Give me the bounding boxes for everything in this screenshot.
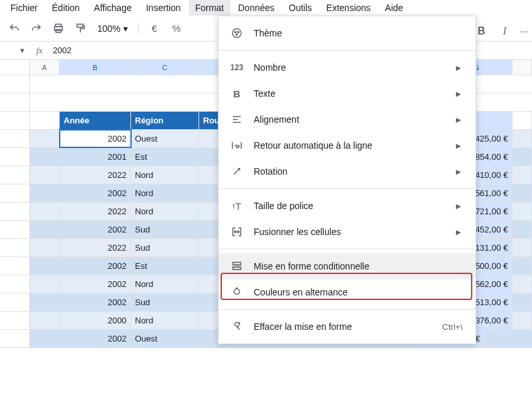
name-box[interactable]: ▾ [0, 45, 30, 55]
cell-region[interactable]: Est [131, 257, 199, 275]
menu-item-number[interactable]: 123Nombre► [219, 55, 476, 81]
cell-region[interactable]: Ouest [131, 330, 199, 347]
submenu-arrow-icon: ► [454, 63, 463, 73]
cell-annee[interactable]: 2002 [60, 330, 131, 347]
clear-icon [229, 321, 245, 332]
row-header[interactable] [0, 148, 30, 166]
menu-edition[interactable]: Édition [45, 0, 86, 16]
cell-annee[interactable]: 2002 [60, 275, 131, 293]
cell-region[interactable]: Nord [131, 203, 199, 220]
menu-item-align[interactable]: Alignement► [219, 106, 476, 132]
menu-format[interactable]: Format [189, 0, 230, 16]
cell-annee[interactable]: 2001 [60, 148, 131, 166]
row-header[interactable] [0, 257, 30, 275]
italic-button[interactable]: I [496, 22, 514, 40]
percent-button[interactable]: % [167, 19, 186, 38]
col-header-b[interactable]: B [60, 60, 131, 75]
separator [138, 22, 139, 35]
menu-item-label: Effacer la mise en forme [254, 321, 442, 332]
cell-region[interactable]: Nord [131, 166, 199, 184]
row-header[interactable] [0, 221, 30, 238]
menu-item-theme[interactable]: Thème [219, 20, 476, 46]
row-header[interactable] [0, 312, 30, 329]
menu-item-rotate[interactable]: Rotation► [219, 158, 476, 184]
menu-donnees[interactable]: Données [232, 0, 281, 16]
row-header[interactable] [0, 275, 30, 293]
menu-outils[interactable]: Outils [282, 0, 319, 16]
submenu-arrow-icon: ► [454, 141, 463, 151]
format-menu-dropdown: Thème123Nombre►BTexte►Alignement►Retour … [218, 16, 476, 344]
menu-item-clear[interactable]: Effacer la mise en formeCtrl+\ [219, 314, 476, 340]
zoom-dropdown[interactable]: 100%▾ [93, 23, 132, 34]
row-header[interactable] [0, 294, 30, 311]
menu-insertion[interactable]: Insertion [139, 0, 187, 16]
menu-item-bold[interactable]: BTexte► [219, 81, 476, 106]
menu-item-label: Couleurs en alternance [254, 287, 463, 297]
cell-region[interactable]: Nord [131, 312, 199, 329]
row-header[interactable] [0, 112, 30, 129]
col-header-c[interactable]: C [131, 60, 199, 75]
cell-region[interactable]: Sud [131, 239, 199, 256]
row-header[interactable] [0, 330, 30, 347]
svg-point-7 [236, 34, 237, 35]
cell-region[interactable]: Nord [131, 275, 199, 293]
menu-item-condfmt[interactable]: Mise en forme conditionnelle [219, 253, 476, 279]
select-all-corner[interactable] [0, 60, 30, 75]
svg-point-6 [237, 31, 239, 32]
paint-format-button[interactable] [71, 19, 90, 38]
menu-item-fontsize[interactable]: тTTaille de police► [219, 193, 476, 219]
row-header[interactable] [0, 239, 30, 256]
more-button[interactable]: ⋯ [519, 22, 528, 40]
menu-item-merge[interactable]: Fusionner les cellules► [219, 219, 476, 245]
menu-fichier[interactable]: Fichier [4, 0, 44, 16]
align-icon [229, 114, 245, 125]
cell-annee[interactable]: 2002 [60, 221, 131, 238]
menu-extensions[interactable]: Extensions [320, 0, 377, 16]
header-region[interactable]: Région [131, 112, 199, 129]
col-header-h[interactable] [513, 60, 532, 75]
menu-item-label: Rotation [254, 166, 454, 177]
cell-annee[interactable]: 2000 [60, 312, 131, 329]
menu-item-label: Retour automatique à la ligne [254, 140, 454, 151]
chevron-down-icon: ▾ [123, 23, 128, 34]
submenu-arrow-icon: ► [454, 89, 463, 99]
menu-aide[interactable]: Aide [378, 0, 409, 16]
menu-affichage[interactable]: Affichage [88, 0, 138, 16]
menu-separator [219, 50, 476, 51]
condfmt-icon [229, 260, 245, 272]
cell-region[interactable]: Sud [131, 221, 199, 238]
row-header[interactable] [0, 130, 30, 147]
cell-annee[interactable]: 2002 [60, 294, 131, 311]
menu-item-label: Fusionner les cellules [254, 227, 454, 237]
menu-separator [219, 309, 476, 310]
currency-button[interactable]: € [145, 19, 163, 38]
header-annee[interactable]: Année [60, 112, 131, 129]
cell-region[interactable]: Sud [131, 294, 199, 311]
submenu-arrow-icon: ► [454, 201, 463, 211]
menu-separator [219, 188, 476, 189]
redo-button[interactable] [27, 19, 45, 38]
cell-annee[interactable]: 2022 [60, 203, 131, 220]
menu-item-altcolor[interactable]: Couleurs en alternance [219, 279, 476, 305]
row-header[interactable] [0, 203, 30, 220]
row-header[interactable] [0, 166, 30, 184]
cell-annee[interactable]: 2022 [60, 239, 131, 256]
cell-region[interactable]: Est [131, 148, 199, 166]
menu-item-label: Thème [254, 28, 463, 38]
cell-region[interactable]: Nord [131, 184, 199, 202]
row-header[interactable] [0, 184, 30, 202]
cell-annee[interactable]: 2002 [60, 257, 131, 275]
menu-item-label: Alignement [254, 114, 454, 125]
cell-region[interactable]: Ouest [131, 130, 199, 147]
cell-annee[interactable]: 2002 [60, 130, 131, 147]
theme-icon [229, 27, 245, 39]
cell-annee[interactable]: 2002 [60, 184, 131, 202]
menu-item-label: Mise en forme conditionnelle [254, 261, 463, 271]
undo-button[interactable] [5, 19, 23, 38]
svg-point-4 [232, 29, 241, 38]
fx-icon: fx [30, 45, 49, 56]
col-header-a[interactable]: A [30, 60, 60, 75]
menu-item-wrap[interactable]: Retour automatique à la ligne► [219, 132, 476, 158]
print-button[interactable] [49, 19, 67, 38]
cell-annee[interactable]: 2022 [60, 166, 131, 184]
